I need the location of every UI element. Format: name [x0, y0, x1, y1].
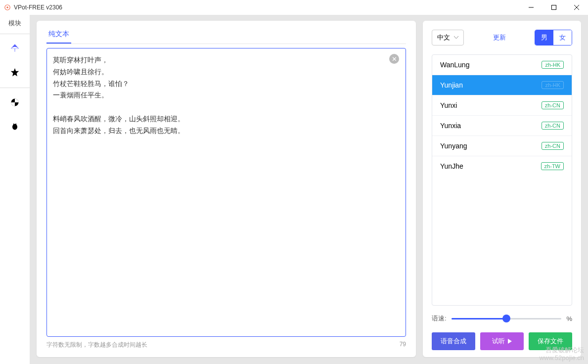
voice-locale-badge: zh-CN [542, 122, 564, 130]
tab-plaintext[interactable]: 纯文本 [46, 26, 71, 44]
sidebar-item-aperture[interactable] [9, 97, 20, 108]
play-icon [508, 339, 512, 344]
gender-toggle: 男 女 [535, 30, 572, 46]
svg-point-7 [12, 124, 17, 130]
sidebar: 模块 [0, 15, 30, 364]
sidebar-heading: 模块 [8, 19, 21, 28]
voice-row[interactable]: Yunyangzh-CN [432, 136, 572, 156]
voice-row[interactable]: YunJhezh-TW [432, 156, 572, 176]
char-count: 79 [400, 341, 406, 349]
gender-female-button[interactable]: 女 [553, 30, 572, 45]
language-value: 中文 [437, 33, 450, 42]
sidebar-item-bug[interactable] [9, 121, 20, 132]
voice-locale-badge: zh-TW [541, 162, 564, 170]
gender-male-button[interactable]: 男 [535, 30, 553, 45]
svg-rect-3 [552, 5, 556, 10]
voice-locale-badge: zh-CN [542, 142, 564, 150]
voice-name: WanLung [440, 61, 469, 69]
divider [0, 88, 30, 88]
clear-button[interactable]: ✕ [389, 54, 399, 64]
app-icon [4, 4, 11, 11]
divider [0, 34, 30, 34]
title-bar: VPot-FREE v2306 [0, 0, 588, 15]
voice-name: Yunxi [440, 101, 457, 109]
chevron-down-icon [454, 36, 458, 39]
preview-button[interactable]: 试听 [480, 332, 524, 350]
language-select[interactable]: 中文 [432, 30, 464, 46]
speed-unit: % [566, 315, 572, 322]
speed-label: 语速: [432, 314, 447, 323]
voice-name: Yunxia [440, 122, 461, 130]
window-title: VPot-FREE v2306 [14, 4, 62, 11]
preview-label: 试听 [492, 337, 505, 346]
svg-point-9 [15, 124, 16, 125]
window-maximize-button[interactable] [543, 0, 565, 15]
editor-hint: 字符数无限制，字数越多合成时间越长 [46, 341, 147, 349]
voice-locale-badge: zh-CN [542, 101, 564, 109]
window-close-button[interactable] [565, 0, 588, 15]
save-file-button[interactable]: 保存文件 [529, 332, 572, 350]
voice-row[interactable]: Yunxizh-CN [432, 95, 572, 116]
update-link[interactable]: 更新 [493, 33, 506, 42]
editor-tabs: 纯文本 [46, 26, 406, 44]
voice-list: WanLungzh-HKYunjianzh-HKYunxizh-CNYunxia… [432, 54, 572, 306]
voice-name: Yunyang [440, 142, 467, 150]
text-input[interactable] [46, 48, 406, 337]
svg-point-8 [13, 124, 14, 125]
synthesize-button[interactable]: 语音合成 [432, 332, 475, 350]
voice-name: Yunjian [440, 81, 463, 89]
voice-row[interactable]: Yunjianzh-HK [432, 75, 572, 95]
voice-locale-badge: zh-HK [542, 81, 564, 89]
editor-panel: 纯文本 ✕ 字符数无限制，字数越多合成时间越长 79 [37, 21, 416, 357]
sidebar-item-star[interactable] [9, 67, 20, 78]
svg-point-1 [6, 6, 8, 8]
voice-row[interactable]: WanLungzh-HK [432, 55, 572, 75]
sidebar-item-umbrella[interactable] [9, 43, 20, 54]
window-minimize-button[interactable] [520, 0, 543, 15]
voice-row[interactable]: Yunxiazh-CN [432, 116, 572, 136]
voice-panel: 中文 更新 男 女 WanLungzh-HKYunjianzh-HKYunxiz… [423, 21, 581, 357]
voice-name: YunJhe [440, 162, 463, 170]
speed-slider[interactable] [452, 314, 562, 323]
voice-locale-badge: zh-HK [542, 61, 564, 69]
